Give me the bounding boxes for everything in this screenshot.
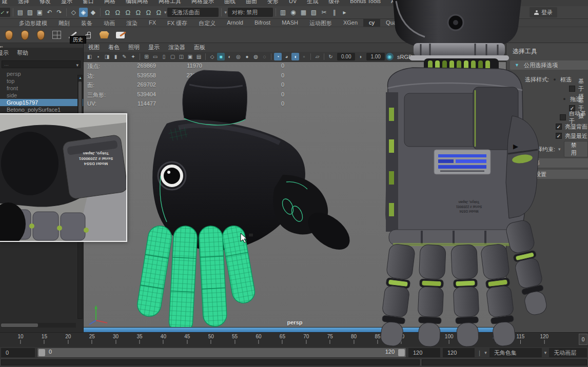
smooth-shade-icon[interactable]: ■: [217, 53, 225, 60]
shadows-icon[interactable]: ●: [243, 53, 251, 60]
menu-item[interactable]: 曲线: [224, 0, 236, 6]
shelf-tab[interactable]: Bifrost: [249, 19, 276, 27]
textured-icon[interactable]: ◐: [226, 53, 233, 60]
viewport-menu-item[interactable]: 面板: [194, 44, 205, 51]
outliner-item[interactable]: Betono_polySurface1: [0, 106, 83, 113]
panel-expand-arrow-icon[interactable]: ▶: [513, 143, 518, 150]
menu-item[interactable]: 编辑网格: [126, 0, 148, 6]
exposure-icon[interactable]: ↻: [327, 53, 335, 60]
scroll-up-icon[interactable]: ▲: [79, 76, 82, 79]
plugin-shading-icon[interactable]: ▫: [300, 53, 308, 60]
wireframe-icon[interactable]: ◇: [208, 53, 216, 60]
menu-item[interactable]: 网格: [104, 0, 115, 6]
playback-end-field[interactable]: 120: [408, 348, 440, 357]
chevron-down-icon[interactable]: ▾: [544, 350, 547, 355]
menu-item[interactable]: 选择: [18, 0, 29, 6]
menu-item[interactable]: 缓存: [328, 0, 340, 6]
range-start-field[interactable]: 0: [1, 348, 35, 357]
shelf-tab[interactable]: 雕刻: [53, 19, 75, 27]
snap-curve-icon[interactable]: Ω: [113, 8, 122, 17]
checkbox-auto-based[interactable]: [560, 114, 566, 120]
timeline-tick[interactable]: 40: [161, 334, 166, 344]
chevron-down-icon[interactable]: ▾: [558, 147, 561, 152]
checkbox-highlight-backfaces[interactable]: ✓: [556, 124, 562, 130]
script-input[interactable]: [1, 359, 420, 365]
shelf-tab[interactable]: 运动图形: [304, 19, 338, 27]
timeline-tick[interactable]: 35: [136, 334, 142, 344]
bookmark-icon[interactable]: ▮: [112, 53, 120, 60]
wireframe-fingers[interactable]: [136, 224, 257, 327]
shelf-tab[interactable]: Arnold: [221, 19, 249, 27]
timeline-tick[interactable]: 10: [17, 334, 23, 344]
checkbox-highlight-nearest[interactable]: ✓: [556, 133, 562, 139]
film-gate-icon[interactable]: ▭: [151, 53, 159, 60]
motion-blur-icon[interactable]: ◌: [261, 53, 268, 60]
isolate-select-icon[interactable]: ◖: [291, 53, 299, 60]
viewport-menu-item[interactable]: 渲染器: [168, 44, 185, 51]
snap-projected-center-icon[interactable]: Ω: [134, 8, 143, 17]
safe-action-icon[interactable]: ▣: [186, 53, 194, 60]
outliner-item[interactable]: top: [0, 77, 83, 85]
timeline-tick[interactable]: 65: [280, 334, 285, 344]
undo-icon[interactable]: ↶: [45, 8, 54, 17]
timeline-tick[interactable]: 50: [208, 334, 214, 344]
panes-icon[interactable]: [51, 29, 62, 41]
render-view-icon[interactable]: ▥: [279, 8, 287, 17]
poly-sphere-icon[interactable]: [3, 29, 14, 41]
shelf-tab[interactable]: MASH: [276, 19, 304, 27]
select-component-icon[interactable]: ◆: [89, 8, 97, 17]
cut-icon[interactable]: ✂: [320, 8, 328, 17]
timeline-tick[interactable]: 30: [113, 334, 119, 344]
use-all-lights-icon[interactable]: ◎: [234, 53, 242, 60]
outliner-item[interactable]: side: [0, 92, 83, 99]
timeline-tick[interactable]: 60: [256, 334, 261, 344]
divider[interactable]: [140, 53, 140, 60]
viewport-menu-item[interactable]: 视图: [88, 44, 100, 51]
timeline-tick[interactable]: 20: [65, 334, 71, 344]
outliner-menu-item[interactable]: 显示: [0, 49, 9, 57]
render-sequence-icon[interactable]: ▦: [299, 8, 308, 17]
timeline-tick[interactable]: 55: [232, 334, 238, 344]
pause-icon[interactable]: ∥: [330, 8, 339, 17]
field-chart-icon[interactable]: ◫: [178, 53, 185, 60]
timeline-tick[interactable]: 25: [89, 334, 95, 344]
symmetry-field[interactable]: 对称: 禁用: [228, 8, 273, 17]
menu-item[interactable]: 曲面: [246, 0, 257, 6]
menu-item[interactable]: UV: [289, 0, 297, 6]
select-hierarchy-icon[interactable]: ◇: [69, 8, 78, 17]
range-slider[interactable]: 0 120: [37, 348, 406, 357]
shelf-tab[interactable]: 自定义: [193, 19, 221, 27]
redo-icon[interactable]: ↷: [55, 8, 64, 17]
shelf-tab[interactable]: 多边形建模: [13, 19, 53, 27]
anim-layer-field[interactable]: 无动画层: [549, 348, 587, 357]
viewport-menu-item[interactable]: 照明: [128, 44, 140, 51]
animation-end-field[interactable]: 120: [443, 348, 475, 357]
range-min-handle[interactable]: [38, 349, 45, 356]
shelf-tab[interactable]: FX: [143, 19, 162, 27]
snap-point-icon[interactable]: Ω: [124, 8, 132, 17]
menu-item[interactable]: 网格工具: [159, 0, 181, 6]
divider[interactable]: [205, 53, 206, 60]
menu-item[interactable]: 网格显示: [191, 0, 214, 6]
current-frame-box[interactable]: 0: [579, 334, 587, 345]
outliner-menu-item[interactable]: 帮助: [17, 49, 28, 57]
menu-item[interactable]: 修改: [40, 0, 51, 6]
divider[interactable]: [310, 53, 311, 60]
history-icon[interactable]: [114, 29, 126, 41]
outliner-item[interactable]: persp: [0, 70, 83, 77]
menu-item[interactable]: 建: [2, 0, 8, 6]
gate-mask-icon[interactable]: ▢: [169, 53, 177, 60]
cloth-icon[interactable]: [99, 29, 110, 41]
range-max-handle[interactable]: [398, 349, 405, 356]
ambient-occlusion-icon[interactable]: ◍: [252, 53, 260, 60]
menu-item[interactable]: 显示: [61, 0, 72, 6]
render-settings-icon[interactable]: ▧: [309, 8, 318, 17]
timeline-tick[interactable]: 75: [327, 334, 333, 344]
make-live-icon[interactable]: Ω: [154, 8, 163, 17]
outliner-horizontal-scrollbar[interactable]: [1, 323, 76, 328]
timeline-tick[interactable]: 45: [184, 334, 190, 344]
outliner-item[interactable]: front: [0, 85, 83, 92]
chevron-down-icon[interactable]: ▾: [224, 10, 227, 15]
resolution-gate-icon[interactable]: ▯: [160, 53, 168, 60]
open-scene-icon[interactable]: ▨: [26, 8, 34, 17]
